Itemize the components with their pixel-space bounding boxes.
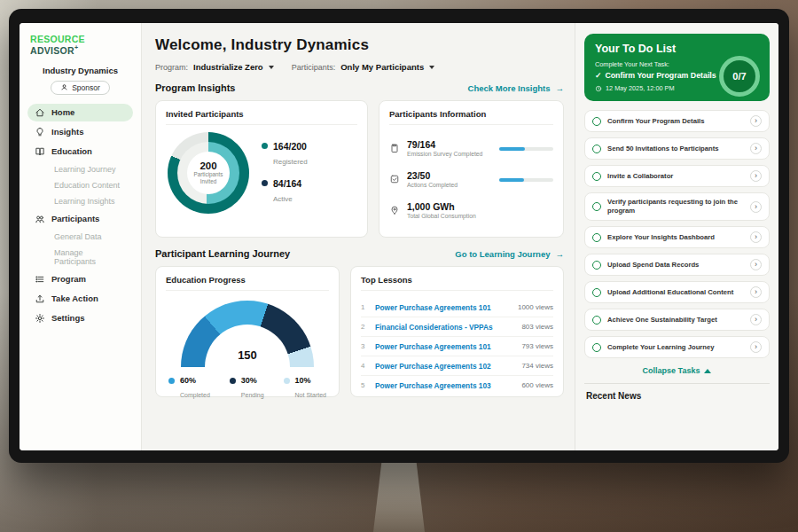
sidebar-item-learning-insights[interactable]: Learning Insights (27, 194, 133, 208)
sidebar-item-program[interactable]: Program (27, 270, 133, 288)
info-label: Actions Completed (407, 182, 492, 188)
person-icon (60, 83, 68, 91)
lesson-row: 2 Financial Considerations - VPPAs 803 v… (361, 317, 553, 337)
chevron-right-icon[interactable]: › (750, 314, 762, 325)
lightbulb-icon (35, 127, 45, 137)
task-checkbox[interactable] (592, 202, 601, 211)
collapse-tasks-button[interactable]: Collapse Tasks (584, 366, 770, 375)
participants-information-card: Participants Information 79/164 Emission… (379, 100, 564, 238)
task-checkbox[interactable] (592, 172, 601, 181)
chevron-right-icon[interactable]: › (750, 286, 762, 298)
info-row-actions: 23/50 Actions Completed (389, 163, 553, 194)
todo-progress-ring: 0/7 (719, 56, 760, 97)
task-item-achieve-target[interactable]: Achieve One Sustainability Target › (584, 309, 770, 331)
location-pin-icon (389, 205, 400, 215)
task-label: Complete Your Learning Journey (607, 343, 744, 352)
task-item-verify-participants[interactable]: Verify participants requesting to join t… (584, 192, 770, 221)
chevron-right-icon[interactable]: › (750, 143, 762, 154)
learning-journey-cards: Education Progress 150 Participants (155, 266, 564, 397)
sidebar-item-label: Participants (51, 214, 99, 223)
sidebar-item-education-content[interactable]: Education Content (27, 178, 133, 192)
task-item-explore-insights[interactable]: Explore Your Insights Dashboard › (584, 226, 770, 248)
task-checkbox[interactable] (592, 261, 601, 270)
sidebar-item-insights[interactable]: Insights (27, 123, 133, 141)
lesson-row: 1 Power Purchase Agreements 101 1000 vie… (361, 298, 553, 317)
legend-dot (230, 378, 236, 384)
chevron-right-icon[interactable]: › (750, 231, 762, 243)
card-title: Participants Information (389, 109, 553, 125)
program-filter[interactable]: Program: Industrialize Zero (155, 62, 274, 72)
sidebar-item-education[interactable]: Education (27, 143, 133, 160)
go-to-learning-journey-link[interactable]: Go to Learning Journey → (455, 249, 564, 259)
sponsor-badge-label: Sponsor (72, 83, 100, 92)
survey-icon (389, 143, 400, 153)
todo-panel: Your To Do List Complete Your Next Task:… (575, 23, 778, 450)
legend-label: Pending (241, 392, 264, 398)
task-checkbox[interactable] (592, 343, 601, 352)
check-more-insights-link[interactable]: Check More Insights → (468, 83, 564, 93)
lesson-link[interactable]: Power Purchase Agreements 102 (375, 362, 514, 371)
lesson-row: 4 Power Purchase Agreements 102 734 view… (361, 356, 553, 376)
sidebar-item-participants[interactable]: Participants (27, 210, 133, 228)
logo-sup: + (74, 44, 78, 51)
gauge-center-value: 150 (205, 348, 290, 362)
chevron-right-icon[interactable]: › (750, 201, 762, 213)
card-title: Top Lessons (361, 275, 553, 291)
chevron-right-icon[interactable]: › (750, 341, 762, 353)
task-item-invite-collaborator[interactable]: Invite a Collaborator › (584, 165, 770, 187)
home-icon (35, 107, 45, 118)
sidebar-item-settings[interactable]: Settings (27, 309, 133, 327)
sidebar-item-home[interactable]: Home (27, 104, 133, 121)
legend-dot (284, 378, 290, 384)
chevron-right-icon[interactable]: › (750, 259, 762, 270)
legend-item-active: 84/164 Active (262, 178, 308, 205)
check-icon: ✓ (595, 71, 601, 80)
sidebar-item-learning-journey[interactable]: Learning Journey (27, 162, 133, 176)
lesson-link[interactable]: Power Purchase Agreements 103 (375, 381, 514, 390)
task-checkbox[interactable] (592, 145, 601, 153)
task-item-send-invitations[interactable]: Send 50 Invitations to Participants › (584, 137, 770, 160)
chevron-right-icon[interactable]: › (750, 115, 762, 127)
logo-secondary: ADVISOR (30, 45, 74, 56)
lesson-link[interactable]: Power Purchase Agreements 101 (375, 303, 511, 312)
sponsor-badge[interactable]: Sponsor (51, 81, 110, 95)
task-item-upload-spend-data[interactable]: Upload Spend Data Records › (584, 254, 770, 276)
task-item-complete-learning-journey[interactable]: Complete Your Learning Journey › (584, 336, 770, 358)
lesson-link[interactable]: Power Purchase Agreements 101 (375, 342, 514, 351)
task-item-upload-educational-content[interactable]: Upload Additional Educational Content › (584, 281, 770, 303)
sidebar-item-manage-participants[interactable]: Manage Participants (27, 246, 133, 269)
sidebar-nav: Home Insights Education Learning Journey (27, 104, 133, 327)
chevron-right-icon[interactable]: › (750, 170, 762, 182)
todo-title: Your To Do List (595, 43, 759, 55)
recent-news-header: Recent News (584, 383, 770, 401)
sidebar-item-take-action[interactable]: Take Action (27, 290, 133, 308)
lesson-link[interactable]: Financial Considerations - VPPAs (375, 323, 514, 332)
lesson-views: 793 views (521, 342, 553, 350)
info-value: 79/164 (407, 139, 492, 150)
task-checkbox[interactable] (592, 316, 601, 325)
participants-filter[interactable]: Participants: Only My Participants (292, 62, 435, 72)
sidebar-item-general-data[interactable]: General Data (27, 230, 133, 244)
lesson-rank: 3 (361, 342, 368, 350)
program-insights-cards: Invited Participants 200 Participants In… (155, 100, 564, 238)
sidebar-item-label: Learning Journey (54, 165, 116, 174)
top-lessons-card: Top Lessons 1 Power Purchase Agreements … (350, 266, 564, 397)
info-label: Total Global Consumption (407, 213, 492, 219)
sidebar-item-label: Program (51, 274, 86, 284)
gauge-legend: 60% Completed 30% Pending (166, 376, 329, 401)
legend-item-registered: 164/200 Registered (262, 141, 308, 168)
legend-value: 30% (241, 376, 264, 385)
task-item-confirm-program[interactable]: Confirm Your Program Details › (584, 110, 770, 132)
task-checkbox[interactable] (592, 233, 601, 242)
task-checkbox[interactable] (592, 117, 601, 126)
task-checkbox[interactable] (592, 288, 601, 297)
education-progress-card: Education Progress 150 Participants (155, 266, 340, 397)
info-value: 23/50 (407, 170, 492, 181)
legend-label: Not Started (295, 392, 326, 398)
actions-progress-bar (499, 178, 553, 182)
info-label: Emission Survey Completed (407, 151, 492, 157)
sidebar-item-label: Insights (51, 127, 83, 137)
task-label: Upload Additional Educational Content (607, 288, 744, 297)
legend-value: 164/200 (273, 141, 308, 152)
legend-item-not-started: 10% Not Started (284, 376, 326, 401)
